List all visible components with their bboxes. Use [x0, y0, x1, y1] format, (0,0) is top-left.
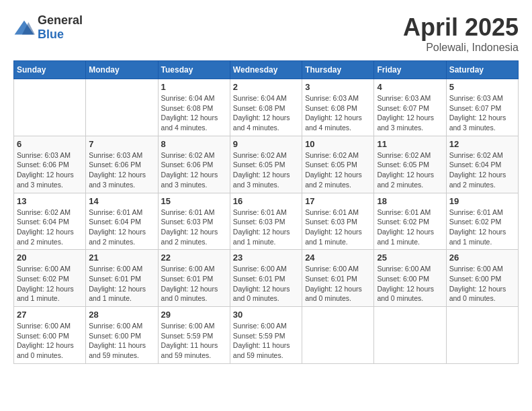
day-number: 4 [377, 82, 443, 92]
day-number: 15 [161, 196, 227, 206]
day-cell: 27Sunrise: 6:00 AM Sunset: 6:00 PM Dayli… [14, 307, 86, 364]
day-number: 30 [233, 310, 299, 320]
day-cell: 4Sunrise: 6:03 AM Sunset: 6:07 PM Daylig… [374, 79, 446, 136]
day-detail: Sunrise: 6:00 AM Sunset: 6:01 PM Dayligh… [89, 264, 154, 304]
day-cell: 20Sunrise: 6:00 AM Sunset: 6:02 PM Dayli… [14, 250, 86, 307]
day-cell: 26Sunrise: 6:00 AM Sunset: 6:00 PM Dayli… [446, 250, 518, 307]
day-number: 22 [161, 253, 227, 263]
week-row-5: 27Sunrise: 6:00 AM Sunset: 6:00 PM Dayli… [14, 307, 519, 364]
logo-general: General [38, 13, 83, 27]
day-number: 16 [233, 196, 299, 206]
day-detail: Sunrise: 6:00 AM Sunset: 6:01 PM Dayligh… [305, 264, 371, 304]
day-cell: 5Sunrise: 6:03 AM Sunset: 6:07 PM Daylig… [446, 79, 518, 136]
day-number: 26 [449, 253, 515, 263]
day-number: 12 [449, 139, 515, 149]
logo-text: General Blue [38, 13, 83, 42]
day-detail: Sunrise: 6:00 AM Sunset: 6:02 PM Dayligh… [17, 264, 83, 304]
day-number: 18 [377, 196, 443, 206]
day-number: 21 [89, 253, 154, 263]
day-number: 17 [305, 196, 371, 206]
calendar-table: SundayMondayTuesdayWednesdayThursdayFrid… [13, 60, 519, 364]
header-cell-sunday: Sunday [14, 61, 86, 79]
week-row-2: 6Sunrise: 6:03 AM Sunset: 6:06 PM Daylig… [14, 136, 519, 193]
day-number: 1 [161, 82, 227, 92]
day-detail: Sunrise: 6:02 AM Sunset: 6:04 PM Dayligh… [17, 208, 83, 247]
day-detail: Sunrise: 6:01 AM Sunset: 6:02 PM Dayligh… [449, 208, 515, 247]
day-cell: 13Sunrise: 6:02 AM Sunset: 6:04 PM Dayli… [14, 193, 86, 250]
day-detail: Sunrise: 6:02 AM Sunset: 6:04 PM Dayligh… [449, 150, 515, 190]
day-cell: 25Sunrise: 6:00 AM Sunset: 6:00 PM Dayli… [374, 250, 446, 307]
day-number: 9 [233, 139, 299, 149]
day-cell: 7Sunrise: 6:03 AM Sunset: 6:06 PM Daylig… [86, 136, 158, 193]
day-detail: Sunrise: 6:00 AM Sunset: 5:59 PM Dayligh… [161, 321, 227, 361]
day-detail: Sunrise: 6:03 AM Sunset: 6:06 PM Dayligh… [89, 150, 154, 190]
header-cell-tuesday: Tuesday [158, 61, 230, 79]
day-cell: 3Sunrise: 6:03 AM Sunset: 6:08 PM Daylig… [302, 79, 374, 136]
day-detail: Sunrise: 6:01 AM Sunset: 6:02 PM Dayligh… [377, 208, 443, 247]
week-row-4: 20Sunrise: 6:00 AM Sunset: 6:02 PM Dayli… [14, 250, 519, 307]
day-detail: Sunrise: 6:01 AM Sunset: 6:03 PM Dayligh… [305, 208, 371, 247]
day-number: 24 [305, 253, 371, 263]
day-cell: 16Sunrise: 6:01 AM Sunset: 6:03 PM Dayli… [230, 193, 302, 250]
day-detail: Sunrise: 6:04 AM Sunset: 6:08 PM Dayligh… [161, 93, 227, 133]
day-cell: 30Sunrise: 6:00 AM Sunset: 5:59 PM Dayli… [230, 307, 302, 364]
day-cell: 8Sunrise: 6:02 AM Sunset: 6:06 PM Daylig… [158, 136, 230, 193]
header: General Blue April 2025 Polewali, Indone… [13, 13, 519, 54]
day-cell: 29Sunrise: 6:00 AM Sunset: 5:59 PM Dayli… [158, 307, 230, 364]
day-detail: Sunrise: 6:02 AM Sunset: 6:05 PM Dayligh… [377, 150, 443, 190]
day-cell: 6Sunrise: 6:03 AM Sunset: 6:06 PM Daylig… [14, 136, 86, 193]
week-row-3: 13Sunrise: 6:02 AM Sunset: 6:04 PM Dayli… [14, 193, 519, 250]
day-cell [374, 307, 446, 364]
day-detail: Sunrise: 6:03 AM Sunset: 6:06 PM Dayligh… [17, 150, 83, 190]
day-detail: Sunrise: 6:00 AM Sunset: 5:59 PM Dayligh… [233, 321, 299, 361]
subtitle: Polewali, Indonesia [403, 42, 519, 54]
day-number: 23 [233, 253, 299, 263]
day-detail: Sunrise: 6:04 AM Sunset: 6:08 PM Dayligh… [233, 93, 299, 133]
header-cell-saturday: Saturday [446, 61, 518, 79]
day-number: 6 [17, 139, 83, 149]
day-cell: 23Sunrise: 6:00 AM Sunset: 6:01 PM Dayli… [230, 250, 302, 307]
day-number: 25 [377, 253, 443, 263]
day-cell [14, 79, 86, 136]
header-cell-monday: Monday [86, 61, 158, 79]
day-cell [302, 307, 374, 364]
day-cell: 22Sunrise: 6:00 AM Sunset: 6:01 PM Dayli… [158, 250, 230, 307]
day-detail: Sunrise: 6:01 AM Sunset: 6:03 PM Dayligh… [161, 208, 227, 247]
day-detail: Sunrise: 6:00 AM Sunset: 6:01 PM Dayligh… [161, 264, 227, 304]
day-number: 29 [161, 310, 227, 320]
calendar-header: SundayMondayTuesdayWednesdayThursdayFrid… [14, 61, 519, 79]
logo-blue: Blue [38, 28, 64, 41]
day-cell: 12Sunrise: 6:02 AM Sunset: 6:04 PM Dayli… [446, 136, 518, 193]
day-detail: Sunrise: 6:00 AM Sunset: 6:01 PM Dayligh… [233, 264, 299, 304]
day-cell: 17Sunrise: 6:01 AM Sunset: 6:03 PM Dayli… [302, 193, 374, 250]
header-row: SundayMondayTuesdayWednesdayThursdayFrid… [14, 61, 519, 79]
day-number: 20 [17, 253, 83, 263]
day-cell: 14Sunrise: 6:01 AM Sunset: 6:04 PM Dayli… [86, 193, 158, 250]
day-detail: Sunrise: 6:02 AM Sunset: 6:06 PM Dayligh… [161, 150, 227, 190]
day-detail: Sunrise: 6:03 AM Sunset: 6:07 PM Dayligh… [449, 93, 515, 133]
day-detail: Sunrise: 6:01 AM Sunset: 6:04 PM Dayligh… [89, 208, 154, 247]
day-number: 13 [17, 196, 83, 206]
day-detail: Sunrise: 6:02 AM Sunset: 6:05 PM Dayligh… [305, 150, 371, 190]
day-number: 28 [89, 310, 154, 320]
day-detail: Sunrise: 6:00 AM Sunset: 6:00 PM Dayligh… [449, 264, 515, 304]
day-detail: Sunrise: 6:03 AM Sunset: 6:08 PM Dayligh… [305, 93, 371, 133]
day-detail: Sunrise: 6:00 AM Sunset: 6:00 PM Dayligh… [377, 264, 443, 304]
day-cell: 10Sunrise: 6:02 AM Sunset: 6:05 PM Dayli… [302, 136, 374, 193]
title-area: April 2025 Polewali, Indonesia [403, 13, 519, 54]
day-number: 2 [233, 82, 299, 92]
day-cell: 18Sunrise: 6:01 AM Sunset: 6:02 PM Dayli… [374, 193, 446, 250]
logo: General Blue [13, 13, 83, 42]
day-cell: 1Sunrise: 6:04 AM Sunset: 6:08 PM Daylig… [158, 79, 230, 136]
day-number: 14 [89, 196, 154, 206]
day-number: 27 [17, 310, 83, 320]
day-number: 5 [449, 82, 515, 92]
calendar-body: 1Sunrise: 6:04 AM Sunset: 6:08 PM Daylig… [14, 79, 519, 364]
logo-icon [13, 19, 35, 36]
day-number: 7 [89, 139, 154, 149]
day-cell: 24Sunrise: 6:00 AM Sunset: 6:01 PM Dayli… [302, 250, 374, 307]
day-detail: Sunrise: 6:03 AM Sunset: 6:07 PM Dayligh… [377, 93, 443, 133]
day-cell: 28Sunrise: 6:00 AM Sunset: 6:00 PM Dayli… [86, 307, 158, 364]
day-cell: 9Sunrise: 6:02 AM Sunset: 6:05 PM Daylig… [230, 136, 302, 193]
main-title: April 2025 [403, 13, 519, 42]
